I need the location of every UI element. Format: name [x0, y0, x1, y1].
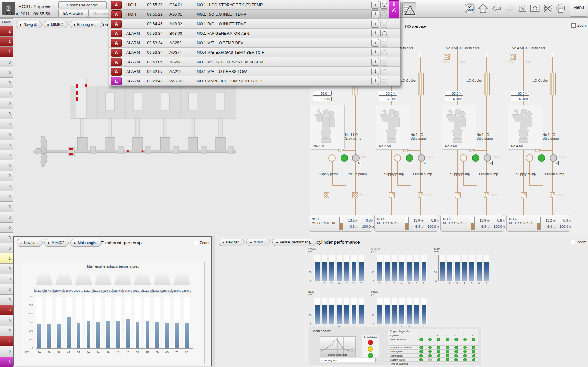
ack-button[interactable]: ACK — [465, 3, 475, 13]
filter-icon[interactable] — [521, 192, 527, 198]
zoom-checkbox[interactable]: Zoom — [571, 23, 587, 28]
breadcrumb-item[interactable]: ▶MIMICS — [44, 21, 66, 28]
dock-page-button[interactable]: 0 — [0, 78, 13, 88]
lo-circ-tank[interactable]: NO.1ME LO CIRC.TK 13.2m³0.8m 6.6m³100.0°… — [309, 215, 372, 232]
breadcrumb-item[interactable]: ▶Bearing wear — [70, 21, 100, 28]
dock-page-button[interactable]: 0 — [0, 223, 13, 233]
menu-button[interactable]: Menu ⌄ — [570, 1, 587, 17]
alarm-info-button[interactable]: i — [371, 20, 379, 28]
check-valve-icon[interactable] — [337, 148, 343, 154]
swap-display-icon[interactable] — [530, 3, 540, 13]
screen-capture-icon[interactable] — [517, 3, 527, 13]
alarm-goto-button[interactable]: → — [380, 68, 388, 75]
dock-page-button[interactable]: 0 — [0, 315, 13, 326]
lo-cooler-icon[interactable] — [418, 73, 424, 95]
valve-icon[interactable] — [484, 53, 489, 59]
alarm-goto-button[interactable]: → — [380, 77, 388, 85]
sound-muted-icon[interactable] — [543, 3, 553, 13]
filter-icon[interactable] — [484, 192, 489, 198]
main-engine-symbol[interactable]: No.3 ME — [442, 105, 476, 150]
dock-page-button[interactable]: 0 — [0, 109, 13, 119]
alarm-info-button[interactable]: i — [371, 39, 379, 47]
breadcrumb-item[interactable]: ▶MIMICS — [44, 239, 66, 247]
dock-page-button[interactable]: 0 — [0, 202, 13, 212]
alarm-info-button[interactable]: i — [371, 30, 379, 37]
alarm-goto-button[interactable]: → — [380, 30, 388, 37]
ecr-watch-button[interactable]: ECR watch — [58, 10, 88, 17]
auto-filter-icon[interactable] — [510, 54, 516, 60]
dock-page-button[interactable]: 0 — [0, 140, 13, 150]
main-engine-symbol[interactable]: No.4 ME — [508, 105, 542, 150]
dock-page-button[interactable]: 0 — [0, 264, 13, 274]
auto-filter-icon[interactable] — [444, 54, 450, 60]
dock-page-button[interactable]: 0 — [0, 326, 13, 336]
supply-pump-running-icon[interactable] — [472, 154, 479, 162]
supply-pump-standby-icon[interactable] — [328, 154, 336, 162]
dock-page-button[interactable]: 0 — [0, 67, 13, 78]
alarm-goto-button[interactable]: → — [380, 39, 388, 47]
dock-page-button[interactable]: 0 — [0, 150, 13, 160]
supply-pump-standby-icon[interactable] — [526, 154, 533, 162]
dock-page-button[interactable]: 0 — [0, 191, 13, 202]
breadcrumb-item[interactable]: ▶MIMICS — [246, 239, 268, 246]
dock-page-button[interactable]: 0 — [0, 233, 13, 243]
zoom-checkbox[interactable]: Zoom — [571, 240, 586, 244]
checkbox-icon[interactable] — [571, 240, 575, 244]
supply-pump-running-icon[interactable] — [341, 154, 348, 162]
alarm-info-button[interactable]: i — [371, 58, 379, 66]
alarm-info-button[interactable]: i — [371, 68, 379, 75]
alarm-list-icon[interactable]: ! — [402, 2, 416, 16]
dock-page-button[interactable]: 0 — [0, 160, 13, 171]
back-arrow-icon[interactable] — [492, 3, 501, 13]
breadcrumb-item[interactable]: ▶Navigate — [219, 239, 242, 246]
dock-page-button[interactable]: 2 — [0, 26, 13, 37]
lo-circ-tank[interactable]: NO.3ME LO CIRC.TK 13.0m³0.8m 6.5m³100.0°… — [440, 215, 504, 232]
dock-page-button[interactable]: 0 — [0, 88, 13, 99]
filter-icon[interactable] — [418, 192, 423, 198]
home-icon[interactable] — [478, 3, 488, 13]
dock-page-button[interactable]: 0 — [0, 274, 13, 285]
alarm-goto-button[interactable]: → — [380, 1, 388, 9]
breadcrumb-item[interactable]: ▶Vessel performance — [272, 239, 313, 246]
dock-page-button[interactable]: 0 — [0, 57, 13, 68]
prelub-pump-icon[interactable] — [550, 154, 557, 162]
dock-page-button[interactable]: 0 — [0, 98, 13, 109]
check-valve-icon[interactable] — [403, 148, 408, 154]
dock-page-button[interactable]: 0 — [0, 212, 13, 223]
filter-icon[interactable] — [324, 192, 329, 198]
breadcrumb-item[interactable]: ▶Main engine — [70, 239, 99, 247]
breadcrumb-item[interactable]: ▶Navigate — [17, 239, 40, 247]
alarm-info-button[interactable]: i — [371, 1, 379, 9]
alarm-goto-button[interactable]: → — [380, 49, 388, 56]
dock-page-button[interactable]: 1 — [0, 37, 13, 47]
dock-page-button[interactable]: 0 — [0, 129, 13, 140]
alarm-row[interactable]: A ALARM 09:52:57 AA212 NO.1 M/E L.O PRES… — [109, 67, 400, 76]
alarm-info-button[interactable]: i — [371, 10, 379, 18]
alarm-row[interactable]: A 09:54:46 A10.02 NO.1 R/G L.O INLET TEM… — [109, 19, 400, 29]
prelub-pump-icon[interactable] — [418, 154, 425, 162]
alarm-goto-button[interactable]: → — [380, 20, 388, 28]
alarm-row[interactable]: A HIGH 09:55:30 C34.01 NO.1 H.F.O STORAG… — [109, 0, 400, 10]
dock-page-button[interactable]: 3 — [0, 305, 13, 315]
alarm-row[interactable]: A HIGH 09:55:29 A10.01 NO.1 R/G L.O INLE… — [109, 10, 400, 19]
dock-page-button[interactable]: 0 — [0, 295, 13, 305]
dock-page-button[interactable]: 0 — [0, 181, 13, 191]
zoom-checkbox[interactable]: Zoom — [194, 241, 209, 245]
command-control-button[interactable]: Command control — [58, 1, 107, 9]
valve-icon[interactable] — [418, 53, 423, 59]
checkbox-icon[interactable] — [194, 241, 198, 245]
valve-icon[interactable] — [550, 53, 555, 59]
main-engine-symbol[interactable]: No.1 ME — [310, 105, 345, 150]
alarm-row[interactable]: A ALARM 09:53:06 AA208 NO.1 M/E SAFETY S… — [109, 57, 400, 67]
main-engine-symbol[interactable]: No.2 ME — [376, 105, 410, 150]
lo-cooler-icon[interactable] — [484, 73, 490, 95]
dock-page-button[interactable]: 1 — [0, 357, 13, 367]
checkbox-icon[interactable] — [571, 23, 576, 28]
supply-pump-running-icon[interactable] — [538, 154, 545, 162]
alarm-row[interactable]: A ALARM 09:53:34 AD374 NO.4 M/E EXH.GAS … — [109, 48, 400, 57]
filter-icon[interactable] — [389, 192, 395, 198]
diagnostics-graph[interactable]: Engine diagnostics — [320, 336, 356, 357]
supply-pump-standby-icon[interactable] — [460, 154, 467, 162]
prelub-pump-icon[interactable] — [352, 154, 360, 162]
alarm-goto-button[interactable]: → — [380, 58, 388, 66]
